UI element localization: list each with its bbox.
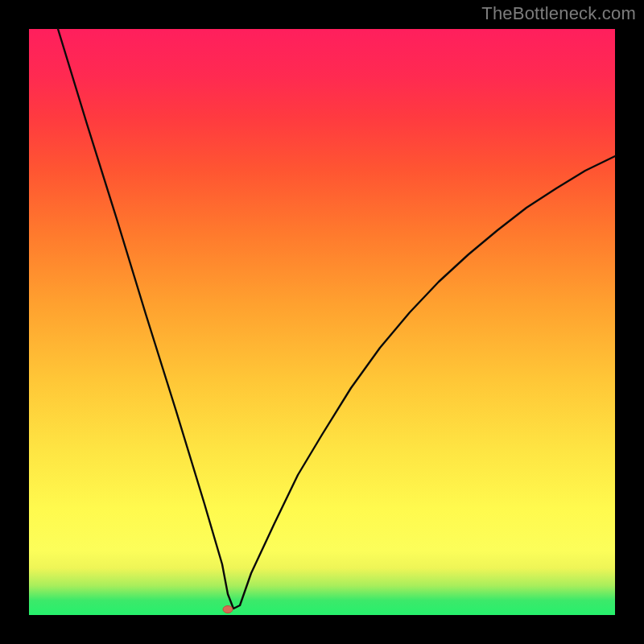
- watermark-text: TheBottleneck.com: [481, 3, 636, 24]
- curve-svg: [29, 29, 615, 615]
- plot-area: [29, 29, 615, 615]
- minimum-marker: [223, 606, 233, 613]
- chart-frame: TheBottleneck.com: [0, 0, 644, 644]
- bottleneck-curve: [58, 29, 615, 609]
